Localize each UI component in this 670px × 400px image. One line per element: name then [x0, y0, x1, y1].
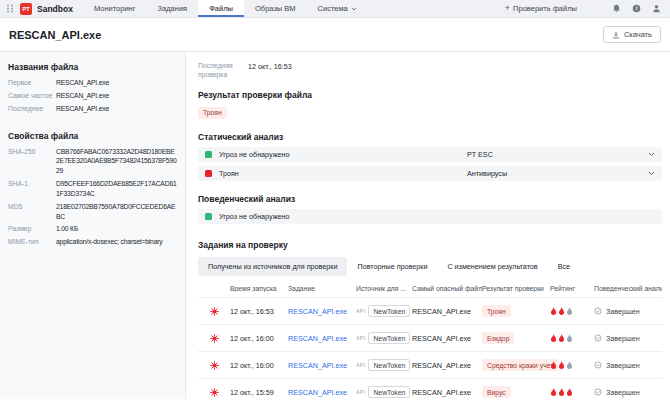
table-row[interactable]: 12 окт., 16:00 RESCAN_API.exe API NewTok… [198, 324, 662, 351]
nav-tab[interactable]: Задания [147, 0, 199, 17]
task-time: 12 окт., 16:53 [230, 307, 288, 316]
table-row[interactable]: 12 окт., 15:59 RESCAN_API.exe API NewTok… [198, 378, 662, 399]
last-check: Последняя проверка 12 окт., 16:53 [198, 62, 662, 80]
source-type-label: API [356, 308, 365, 314]
task-source: API NewToken [356, 305, 412, 317]
task-status-label: Завершен [606, 361, 640, 370]
nav-tab[interactable]: Образы ВМ [244, 0, 307, 17]
main-content: Последняя проверка 12 окт., 16:53 Резуль… [186, 52, 670, 399]
tasks-table-body: 12 окт., 16:53 RESCAN_API.exe API NewTok… [198, 297, 662, 399]
check-files-label: Проверить файлы [513, 4, 577, 13]
last-check-label: Последняя проверка [198, 62, 238, 80]
property-value: CBB766FABAC0673332A2D48D180EBE2E7EE320A0… [56, 147, 177, 177]
property-label: SHA-1 [8, 179, 56, 199]
page-title: RESCAN_API.exe [9, 29, 101, 41]
app-grid-icon[interactable] [5, 4, 15, 13]
task-link[interactable]: RESCAN_API.exe [288, 307, 356, 316]
task-status-label: Завершен [606, 307, 640, 316]
chevron-down-icon[interactable] [648, 152, 655, 157]
analysis-status: Троян [219, 169, 467, 178]
source-token-chip[interactable]: NewToken [368, 305, 410, 317]
task-source: API NewToken [356, 332, 412, 344]
status-color-square [205, 151, 212, 158]
rating-flames [550, 307, 594, 316]
column-header: Время запуска [230, 285, 288, 292]
behavioral-analysis-rows: Угроз не обнаружено [198, 209, 662, 224]
column-header: Результат проверки [482, 285, 550, 292]
tasks-table-header: Время запускаЗаданиеИсточник для ...Самы… [198, 279, 662, 297]
property-label: MIME-тип [8, 237, 56, 247]
task-source: API NewToken [356, 386, 412, 398]
threat-virus-icon [198, 334, 230, 343]
nav-tab-label: Система [318, 4, 348, 13]
chevron-down-icon[interactable] [648, 171, 655, 176]
result-badge: Средство кражи учет [482, 359, 558, 371]
nav-tab[interactable]: Мониторинг [83, 0, 147, 17]
property-value: application/x-dosexec; charset=binary [56, 237, 177, 247]
task-link[interactable]: RESCAN_API.exe [288, 334, 356, 343]
analysis-row[interactable]: Троян Антивирусы [198, 166, 662, 181]
notifications-bell-icon[interactable] [612, 4, 621, 13]
task-completed-icon [594, 334, 602, 342]
nav-tab-label: Образы ВМ [255, 4, 296, 13]
dangerous-file: RESCAN_API.exe [412, 307, 482, 316]
tasks-tab[interactable]: Получены из источников для проверки [198, 257, 347, 276]
check-files-button[interactable]: + Проверить файлы [505, 4, 577, 13]
source-token-chip[interactable]: NewToken [368, 332, 410, 344]
column-header: Рейтинг [550, 285, 594, 292]
static-analysis-title: Статический анализ [198, 132, 662, 142]
source-token-chip[interactable]: NewToken [368, 386, 410, 398]
nav-tab[interactable]: Файлы [198, 0, 244, 17]
result-badge: Троян [482, 305, 511, 317]
page-header: RESCAN_API.exe Скачать [0, 18, 670, 52]
task-time: 12 окт., 16:00 [230, 361, 288, 370]
source-type-label: API [356, 362, 365, 368]
help-info-icon[interactable]: i [632, 4, 641, 13]
column-header: Поведенческий анализ [594, 285, 662, 292]
analysis-source: PT ESC [467, 150, 493, 159]
task-source: API NewToken [356, 359, 412, 371]
rating-flames [550, 388, 594, 397]
download-button[interactable]: Скачать [603, 26, 661, 43]
chevron-down-icon [351, 7, 357, 11]
analysis-row[interactable]: Угроз не обнаружено PT ESC [198, 147, 662, 162]
task-time: 12 окт., 15:59 [230, 388, 288, 397]
table-row[interactable]: 12 окт., 16:53 RESCAN_API.exe API NewTok… [198, 297, 662, 324]
property-value: D95CFEEF166D2DAE685E2F17ACAD611F33D3734C [56, 179, 177, 199]
result-badge: Вирус [482, 386, 511, 398]
nav-tab-label: Задания [158, 4, 188, 13]
property-row: Последнее RESCAN_API.exe [8, 104, 177, 114]
table-row[interactable]: 12 окт., 16:00 RESCAN_API.exe API NewTok… [198, 351, 662, 378]
property-value: RESCAN_API.exe [56, 78, 177, 88]
task-status-label: Завершен [606, 334, 640, 343]
nav-tab-label: Мониторинг [94, 4, 136, 13]
task-link[interactable]: RESCAN_API.exe [288, 388, 356, 397]
file-props-list: SHA-256 CBB766FABAC0673332A2D48D180EBE2E… [8, 147, 177, 248]
property-value: 218E02702BB7590A78D0FCCEDED6AEBC [56, 202, 177, 222]
status-color-square [205, 170, 212, 177]
analysis-row[interactable]: Угроз не обнаружено [198, 209, 662, 224]
rating-flames [550, 361, 594, 370]
property-label: Последнее [8, 104, 56, 114]
nav-tab[interactable]: Система [307, 0, 368, 17]
property-row: MD5 218E02702BB7590A78D0FCCEDED6AEBC [8, 202, 177, 222]
property-label: Первое [8, 78, 56, 88]
plus-icon: + [505, 4, 510, 13]
tasks-tab[interactable]: С изменением результатов [437, 257, 547, 276]
tasks-tab[interactable]: Повторные проверки [347, 257, 437, 276]
source-token-chip[interactable]: NewToken [368, 359, 410, 371]
task-status-label: Завершен [606, 388, 640, 397]
file-result-badge: Троян [198, 107, 227, 119]
dangerous-file: RESCAN_API.exe [412, 361, 482, 370]
file-props-title: Свойства файла [8, 131, 177, 141]
tasks-title: Задания на проверку [198, 240, 662, 250]
property-row: SHA-256 CBB766FABAC0673332A2D48D180EBE2E… [8, 147, 177, 177]
user-profile-icon[interactable] [652, 4, 661, 13]
tasks-tab[interactable]: Все [548, 257, 580, 276]
column-header: Задание [288, 285, 356, 292]
task-time: 12 окт., 16:00 [230, 334, 288, 343]
source-type-label: API [356, 335, 365, 341]
pt-logo[interactable]: PT [20, 3, 32, 15]
task-link[interactable]: RESCAN_API.exe [288, 361, 356, 370]
download-label: Скачать [624, 30, 652, 39]
